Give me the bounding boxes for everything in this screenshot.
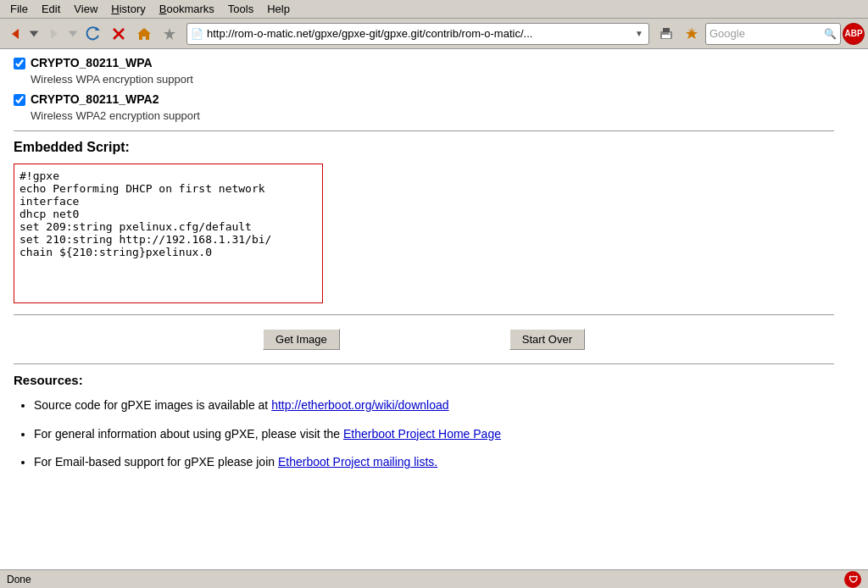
divider-3: [14, 363, 834, 364]
menu-help[interactable]: Help: [260, 1, 297, 17]
search-bar[interactable]: Google 🔍: [705, 23, 841, 45]
stop-button[interactable]: [107, 22, 131, 46]
resource-2-before: For Email-based support for gPXE please …: [34, 455, 278, 469]
svg-marker-8: [164, 28, 175, 40]
menu-tools[interactable]: Tools: [221, 1, 260, 17]
svg-marker-1: [30, 31, 39, 36]
forward-dropdown[interactable]: [66, 22, 80, 46]
resources-title: Resources:: [14, 373, 834, 387]
resource-2-link[interactable]: Etherboot Project mailing lists.: [278, 455, 437, 469]
search-icon-btn[interactable]: [680, 22, 704, 46]
checkbox-wpa2[interactable]: [14, 94, 25, 106]
search-magnifier-icon[interactable]: 🔍: [824, 28, 837, 40]
content-area: CRYPTO_80211_WPA Wireless WPA encryption…: [0, 49, 868, 569]
checkbox-wpa2-label: CRYPTO_80211_WPA2: [31, 92, 159, 106]
get-image-button[interactable]: Get Image: [263, 329, 340, 350]
print-button[interactable]: [654, 22, 678, 46]
resources-list: Source code for gPXE images is available…: [14, 397, 834, 471]
button-row: Get Image Start Over: [14, 329, 834, 350]
url-bar[interactable]: 📄 http://rom-o-matic.net/gpxe/gpxe-git/g…: [186, 23, 649, 45]
menu-history[interactable]: History: [104, 1, 152, 17]
back-dropdown[interactable]: [27, 22, 41, 46]
reload-icon: [85, 25, 102, 42]
svg-marker-7: [137, 28, 151, 40]
abp-label: ABP: [844, 29, 862, 38]
menu-bookmarks[interactable]: Bookmarks: [153, 1, 221, 17]
back-button[interactable]: [3, 22, 27, 46]
checkbox-wpa[interactable]: [14, 58, 25, 69]
checkbox-item-wpa2: CRYPTO_80211_WPA2: [14, 92, 834, 106]
resource-0-before: Source code for gPXE images is available…: [34, 398, 271, 412]
stop-icon: [110, 25, 127, 42]
menu-view[interactable]: View: [67, 1, 104, 17]
checkbox-wpa2-desc: Wireless WPA2 encryption support: [14, 109, 834, 122]
checkbox-wpa-desc: Wireless WPA encryption support: [14, 73, 834, 86]
forward-dropdown-icon: [67, 28, 79, 40]
reload-button[interactable]: [81, 22, 105, 46]
toolbar: 📄 http://rom-o-matic.net/gpxe/gpxe-git/g…: [0, 19, 868, 49]
resource-item-0: Source code for gPXE images is available…: [34, 397, 834, 414]
menubar: File Edit View History Bookmarks Tools H…: [0, 0, 868, 19]
url-page-icon: 📄: [191, 28, 203, 40]
forward-group: [42, 22, 80, 46]
menu-edit[interactable]: Edit: [35, 1, 67, 17]
resource-1-link[interactable]: Etherboot Project Home Page: [343, 427, 501, 441]
svg-rect-10: [663, 28, 670, 32]
forward-icon: [46, 25, 63, 42]
divider-2: [14, 314, 834, 315]
svg-marker-2: [51, 29, 58, 39]
page-content: CRYPTO_80211_WPA Wireless WPA encryption…: [0, 49, 848, 490]
resource-item-2: For Email-based support for gPXE please …: [34, 454, 834, 471]
embedded-script-title: Embedded Script:: [14, 140, 834, 155]
search-stars-icon: [683, 25, 700, 42]
resource-1-before: For general information about using gPXE…: [34, 427, 343, 441]
back-icon: [7, 25, 24, 42]
svg-point-12: [669, 32, 670, 34]
svg-marker-3: [69, 31, 78, 36]
menu-file[interactable]: File: [3, 1, 35, 17]
resource-0-link[interactable]: http://etherboot.org/wiki/download: [271, 398, 448, 412]
svg-marker-13: [686, 27, 698, 39]
forward-button[interactable]: [42, 22, 66, 46]
back-group: [3, 22, 41, 46]
bookmark-icon: [161, 25, 178, 42]
divider-1: [14, 130, 834, 131]
script-textarea[interactable]: #!gpxe echo Performing DHCP on first net…: [14, 164, 323, 303]
svg-marker-0: [12, 29, 19, 39]
home-button[interactable]: [132, 22, 156, 46]
start-over-button[interactable]: Start Over: [509, 329, 585, 350]
url-text: http://rom-o-matic.net/gpxe/gpxe-git/gpx…: [207, 27, 633, 40]
abp-button[interactable]: ABP: [843, 23, 865, 45]
url-dropdown-icon[interactable]: ▼: [633, 29, 645, 38]
svg-rect-11: [662, 35, 670, 38]
print-icon: [658, 25, 675, 42]
bookmark-button[interactable]: [158, 22, 181, 46]
resource-item-1: For general information about using gPXE…: [34, 426, 834, 443]
search-placeholder: Google: [709, 27, 824, 40]
checkbox-item-wpa: CRYPTO_80211_WPA: [14, 56, 834, 69]
home-icon: [136, 25, 153, 42]
back-dropdown-icon: [28, 28, 40, 40]
checkbox-wpa-label: CRYPTO_80211_WPA: [31, 56, 153, 69]
